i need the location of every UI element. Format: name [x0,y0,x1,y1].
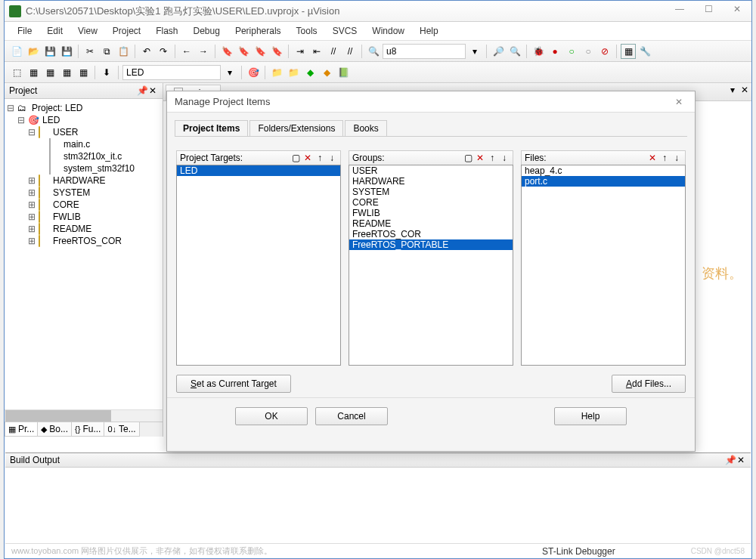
editor-close-icon[interactable]: ✕ [741,85,748,95]
list-item[interactable]: README [349,218,513,229]
expander-icon[interactable]: ⊟ [27,127,36,137]
close-button[interactable]: ✕ [727,4,747,19]
move-up-icon[interactable]: ↑ [659,153,670,163]
menu-debug[interactable]: Debug [187,23,227,39]
list-item[interactable]: FreeRTOS_COR [349,229,513,239]
find-in-files-icon[interactable]: 🔎 [491,44,506,59]
menu-svcs[interactable]: SVCS [326,23,364,39]
menu-tools[interactable]: Tools [290,23,324,39]
new-icon[interactable]: ▢ [463,153,473,163]
manage-items-icon[interactable]: 📁 [269,65,284,80]
move-up-icon[interactable]: ↑ [314,153,325,163]
tree-group[interactable]: CORE [53,199,79,210]
set-current-target-button[interactable]: Set as Current Target [176,375,291,393]
redo-icon[interactable]: ↷ [156,44,171,59]
move-up-icon[interactable]: ↑ [487,153,497,163]
menu-project[interactable]: Project [106,23,147,39]
move-down-icon[interactable]: ↓ [499,153,510,163]
horizontal-scrollbar[interactable] [5,409,163,422]
files-listbox[interactable]: heap_4.c port.c [521,165,686,366]
project-tree[interactable]: ⊟🗂Project: LED ⊟🎯LED ⊟USER main.c stm32f… [5,99,163,409]
debug-icon[interactable]: 🐞 [531,44,546,59]
tree-target[interactable]: LED [42,115,60,125]
menu-peripherals[interactable]: Peripherals [228,23,288,39]
tree-group[interactable]: README [53,224,91,234]
dialog-close-icon[interactable]: ✕ [671,97,687,107]
outdent-icon[interactable]: ⇤ [309,44,324,59]
copy-icon[interactable]: ⧉ [99,44,114,59]
download-icon[interactable]: ⬇ [99,65,114,80]
indent-icon[interactable]: ⇥ [293,44,308,59]
maximize-button[interactable]: ☐ [699,4,718,19]
menu-flash[interactable]: Flash [149,23,184,39]
pin-icon[interactable]: 📌 [725,455,736,465]
expander-icon[interactable]: ⊞ [27,236,36,246]
help-button[interactable]: Help [554,407,627,425]
minimize-button[interactable]: — [670,4,689,19]
comment-icon[interactable]: // [326,44,341,59]
cancel-button[interactable]: Cancel [315,407,388,425]
target-options-icon[interactable]: 🎯 [246,65,261,80]
target-select[interactable] [122,65,221,80]
menu-window[interactable]: Window [365,23,411,39]
save-all-icon[interactable]: 💾 [59,44,74,59]
list-item[interactable]: heap_4.c [522,165,685,176]
build-icon[interactable]: ▦ [26,65,41,80]
tab-functions[interactable]: {} Fu... [71,422,104,437]
stop-build-icon[interactable]: ▦ [76,65,91,80]
delete-icon[interactable]: ✕ [647,153,658,163]
editor-dropdown-icon[interactable]: ▾ [730,85,735,95]
paste-icon[interactable]: 📋 [116,44,131,59]
expander-icon[interactable]: ⊞ [27,224,36,234]
list-item[interactable]: LED [177,165,340,176]
select-packs-icon[interactable]: ◆ [302,65,318,80]
bookmark-clear-icon[interactable]: 🔖 [269,44,284,59]
groups-listbox[interactable]: USER HARDWARE SYSTEM CORE FWLIB README F… [349,165,513,366]
tree-group[interactable]: HARDWARE [53,175,106,186]
search-dropdown-icon[interactable]: ▾ [467,44,482,59]
bookmark-icon[interactable]: 🔖 [219,44,234,59]
pin-icon[interactable]: 📌 [137,85,147,96]
tab-books[interactable]: Books [345,120,386,136]
open-file-icon[interactable]: 📂 [26,44,41,59]
tree-file[interactable]: stm32f10x_it.c [64,151,122,162]
configure-icon[interactable]: 🔧 [637,44,652,59]
search-input[interactable] [383,44,466,59]
list-item[interactable]: USER [349,165,513,176]
list-item[interactable]: CORE [349,197,513,208]
save-icon[interactable]: 💾 [42,44,57,59]
target-dropdown-icon[interactable]: ▾ [222,65,237,80]
delete-icon[interactable]: ✕ [302,153,313,163]
expander-icon[interactable]: ⊞ [27,187,36,198]
nav-fwd-icon[interactable]: → [196,44,211,59]
menu-view[interactable]: View [71,23,104,39]
expander-icon[interactable]: ⊞ [27,199,36,210]
list-item[interactable]: port.c [522,176,685,187]
tree-file[interactable]: system_stm32f10 [64,163,135,174]
tree-root[interactable]: Project: LED [32,103,82,113]
move-down-icon[interactable]: ↓ [671,153,682,163]
cut-icon[interactable]: ✂ [82,44,98,59]
move-down-icon[interactable]: ↓ [327,153,337,163]
rebuild-icon[interactable]: ▦ [42,65,57,80]
batch-build-icon[interactable]: ▦ [59,65,74,80]
expander-icon[interactable]: ⊟ [17,115,26,125]
add-files-button[interactable]: Add Files... [612,375,686,393]
undo-icon[interactable]: ↶ [139,44,154,59]
tab-project[interactable]: ▦ Pr... [5,422,38,437]
window-toggle-icon[interactable]: ▦ [621,44,636,59]
list-item[interactable]: FWLIB [349,208,513,218]
tree-group[interactable]: USER [53,127,78,137]
pack-installer-icon[interactable]: ◆ [319,65,334,80]
delete-icon[interactable]: ✕ [475,153,485,163]
list-item[interactable]: FreeRTOS_PORTABLE [349,239,513,250]
breakpoint-disable-icon[interactable]: ○ [581,44,596,59]
breakpoint-insert-icon[interactable]: ● [547,44,562,59]
menu-file[interactable]: File [11,23,39,39]
new-file-icon[interactable]: 📄 [9,44,24,59]
menu-help[interactable]: Help [413,23,445,39]
tree-group[interactable]: FWLIB [53,212,81,222]
expander-icon[interactable]: ⊟ [6,103,15,113]
expander-icon[interactable]: ⊞ [27,175,36,186]
bookmark-prev-icon[interactable]: 🔖 [236,44,251,59]
